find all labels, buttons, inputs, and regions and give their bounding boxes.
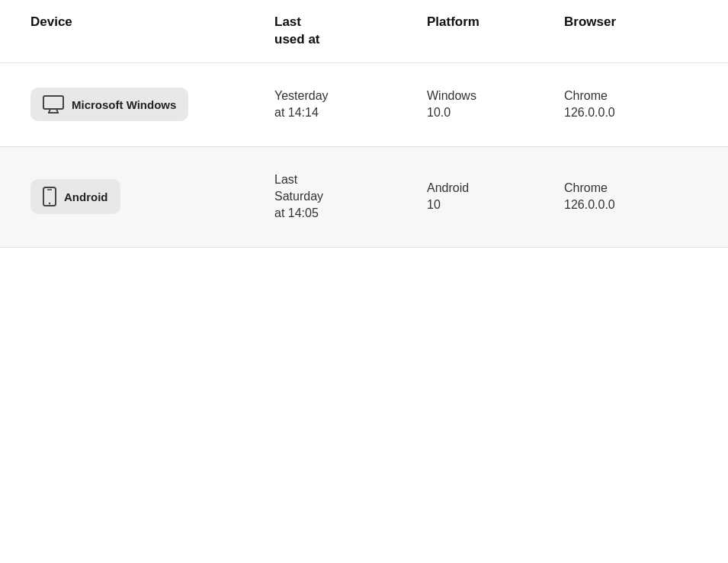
device-cell: Android bbox=[30, 179, 274, 214]
platform-android: Android 10 bbox=[427, 180, 564, 214]
col-header-device: Device bbox=[30, 14, 274, 49]
device-cell: Microsoft Windows bbox=[30, 88, 274, 121]
monitor-icon bbox=[43, 95, 64, 114]
mobile-icon bbox=[43, 187, 56, 206]
table-header: Device Last used at Platform Browser bbox=[0, 0, 728, 63]
browser-windows: Chrome 126.0.0.0 bbox=[564, 88, 717, 122]
svg-rect-0 bbox=[43, 96, 63, 109]
table-row: Microsoft Windows Yesterday at 14:14 Win… bbox=[0, 63, 728, 147]
last-used-android: Last Saturday at 14:05 bbox=[274, 171, 427, 222]
last-used-windows: Yesterday at 14:14 bbox=[274, 88, 427, 122]
table-row: Android Last Saturday at 14:05 Android 1… bbox=[0, 147, 728, 248]
device-label-windows: Microsoft Windows bbox=[72, 98, 176, 111]
device-label-android: Android bbox=[64, 190, 108, 203]
device-badge-android: Android bbox=[30, 179, 120, 214]
svg-point-5 bbox=[49, 203, 50, 204]
device-badge-windows: Microsoft Windows bbox=[30, 88, 188, 121]
col-header-platform: Platform bbox=[427, 14, 564, 49]
device-table: Device Last used at Platform Browser Mic… bbox=[0, 0, 728, 248]
platform-windows: Windows 10.0 bbox=[427, 88, 564, 122]
browser-android: Chrome 126.0.0.0 bbox=[564, 180, 717, 214]
col-header-browser: Browser bbox=[564, 14, 717, 49]
col-header-last-used: Last used at bbox=[274, 14, 427, 49]
